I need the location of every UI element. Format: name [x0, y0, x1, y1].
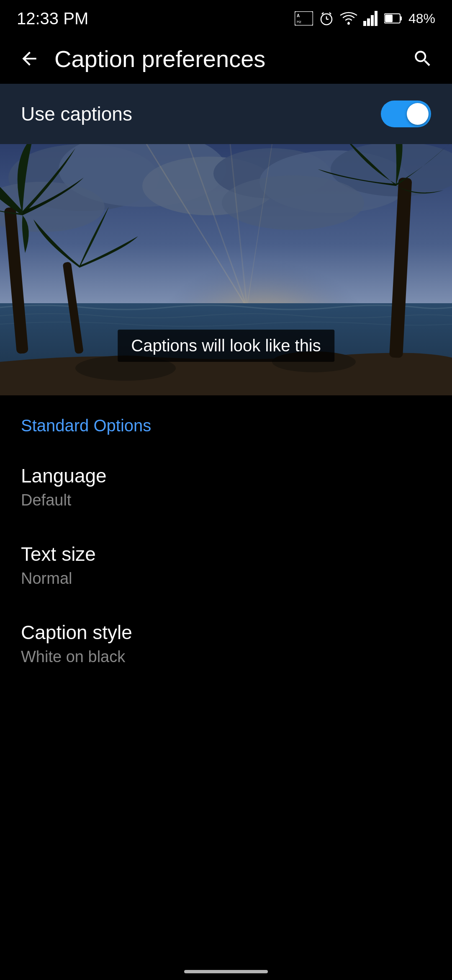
search-button[interactable] [406, 42, 439, 75]
status-time: 12:33 PM [17, 9, 88, 28]
home-indicator [184, 970, 268, 973]
use-captions-toggle[interactable] [381, 101, 431, 127]
search-icon [412, 48, 433, 69]
app-bar: Caption preferences [0, 34, 452, 84]
svg-rect-15 [385, 15, 393, 22]
auto-hz-icon: A Hz [295, 11, 313, 26]
signal-icon [363, 11, 378, 26]
status-icons: A Hz 4 [295, 11, 435, 26]
wifi-icon [340, 12, 357, 25]
caption-preview-text: Captions will look like this [118, 330, 334, 362]
standard-options-section: Standard options [0, 395, 452, 448]
text-size-setting[interactable]: Text size Normal [0, 526, 452, 604]
svg-text:A: A [297, 13, 300, 18]
toggle-knob [407, 103, 429, 125]
battery-percentage: 48% [408, 11, 435, 26]
svg-point-25 [222, 175, 364, 230]
use-captions-row[interactable]: Use captions [0, 84, 452, 144]
settings-content: Standard options Language Default Text s… [0, 395, 452, 683]
caption-style-label: Caption style [21, 621, 431, 644]
svg-line-7 [329, 13, 331, 14]
back-arrow-icon [19, 48, 40, 69]
language-setting[interactable]: Language Default [0, 448, 452, 526]
preview-area: Captions will look like this [0, 144, 452, 395]
svg-point-8 [347, 22, 350, 25]
svg-line-6 [322, 13, 324, 14]
language-value: Default [21, 491, 431, 509]
caption-style-value: White on black [21, 648, 431, 666]
svg-rect-12 [375, 11, 378, 26]
svg-rect-9 [363, 21, 366, 26]
page-title: Caption preferences [54, 45, 406, 72]
text-size-label: Text size [21, 543, 431, 565]
svg-rect-14 [400, 16, 402, 21]
back-button[interactable] [13, 42, 46, 75]
text-size-value: Normal [21, 570, 431, 588]
alarm-icon [319, 11, 334, 26]
standard-options-title: Standard options [21, 416, 151, 435]
status-bar: 12:33 PM A Hz [0, 0, 452, 34]
svg-rect-10 [367, 18, 370, 26]
svg-text:Hz: Hz [297, 20, 301, 24]
language-label: Language [21, 464, 431, 487]
caption-style-setting[interactable]: Caption style White on black [0, 604, 452, 683]
svg-rect-11 [371, 15, 374, 26]
battery-icon [384, 13, 403, 24]
use-captions-label: Use captions [21, 103, 132, 125]
